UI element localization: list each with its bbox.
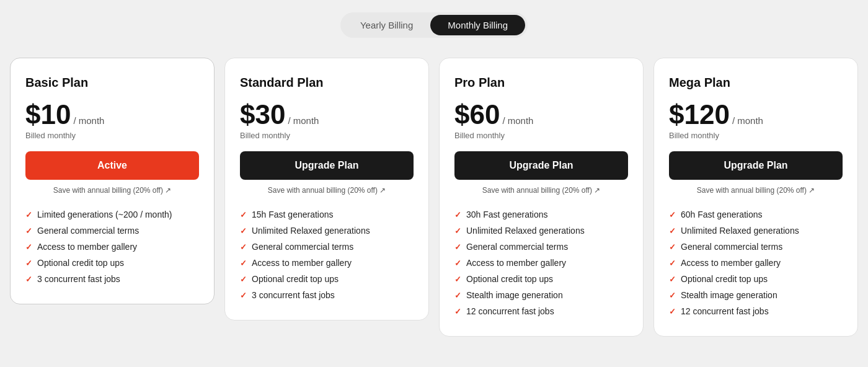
price-amount: $60 [454,101,500,128]
active-button[interactable]: Active [25,151,199,180]
feature-text: General commercial terms [37,226,139,236]
check-icon: ✓ [25,226,32,236]
save-text: Save with annual billing (20% off) ↗ [454,186,628,195]
price-period: / month [502,115,533,126]
feature-text: Access to member gallery [466,258,566,268]
plan-name: Basic Plan [25,76,199,90]
feature-text: 15h Fast generations [252,210,334,219]
check-icon: ✓ [669,259,676,268]
feature-item: ✓ Optional credit top ups [25,258,199,268]
billed-text: Billed monthly [25,131,199,140]
feature-text: Optional credit top ups [466,274,553,284]
billed-text: Billed monthly [454,131,628,140]
check-icon: ✓ [454,242,461,252]
check-icon: ✓ [240,291,247,300]
feature-text: 60h Fast generations [681,210,763,219]
feature-list: ✓ 60h Fast generations ✓ Unlimited Relax… [669,210,843,316]
feature-text: Access to member gallery [37,242,137,252]
feature-item: ✓ 30h Fast generations [454,210,628,219]
check-icon: ✓ [454,291,461,300]
check-icon: ✓ [669,275,676,284]
feature-item: ✓ Unlimited Relaxed generations [669,226,843,236]
upgrade-button-standard[interactable]: Upgrade Plan [240,151,414,180]
price-period: / month [732,115,763,126]
feature-item: ✓ Optional credit top ups [240,274,414,284]
feature-text: 12 concurrent fast jobs [466,306,554,316]
check-icon: ✓ [240,242,247,252]
feature-item: ✓ 60h Fast generations [669,210,843,219]
billing-toggle: Yearly Billing Monthly Billing [340,12,528,38]
upgrade-button-pro[interactable]: Upgrade Plan [454,151,628,180]
feature-text: Optional credit top ups [681,274,768,284]
monthly-billing-button[interactable]: Monthly Billing [430,15,525,35]
price-row: $60 / month [454,101,628,128]
billed-text: Billed monthly [240,131,414,140]
feature-text: Limited generations (~200 / month) [37,210,172,219]
price-row: $120 / month [669,101,843,128]
check-icon: ✓ [25,275,32,284]
feature-text: General commercial terms [252,242,353,252]
save-text: Save with annual billing (20% off) ↗ [240,186,414,195]
feature-list: ✓ 30h Fast generations ✓ Unlimited Relax… [454,210,628,316]
price-period: / month [288,115,319,126]
save-text: Save with annual billing (20% off) ↗ [25,186,199,195]
check-icon: ✓ [25,242,32,252]
feature-text: General commercial terms [466,242,568,252]
plan-card-pro: Pro Plan $60 / month Billed monthly Upgr… [439,58,644,337]
price-row: $10 / month [25,101,199,128]
feature-item: ✓ General commercial terms [669,242,843,252]
feature-item: ✓ Access to member gallery [240,258,414,268]
feature-item: ✓ General commercial terms [25,226,199,236]
feature-text: General commercial terms [681,242,782,252]
check-icon: ✓ [25,259,32,268]
check-icon: ✓ [669,226,676,236]
feature-item: ✓ 12 concurrent fast jobs [669,306,843,316]
feature-text: 30h Fast generations [466,210,548,219]
check-icon: ✓ [240,226,247,236]
save-text: Save with annual billing (20% off) ↗ [669,186,843,195]
price-amount: $120 [669,101,730,128]
feature-text: Unlimited Relaxed generations [252,226,370,236]
feature-text: Unlimited Relaxed generations [681,226,799,236]
check-icon: ✓ [669,291,676,300]
feature-item: ✓ General commercial terms [240,242,414,252]
feature-text: Access to member gallery [681,258,781,268]
check-icon: ✓ [669,242,676,252]
price-amount: $30 [240,101,285,128]
feature-text: 12 concurrent fast jobs [681,306,769,316]
yearly-billing-button[interactable]: Yearly Billing [343,15,430,35]
feature-text: 3 concurrent fast jobs [37,274,120,284]
feature-item: ✓ General commercial terms [454,242,628,252]
billed-text: Billed monthly [669,131,843,140]
feature-item: ✓ Stealth image generation [669,290,843,300]
feature-text: Access to member gallery [252,258,352,268]
feature-item: ✓ Limited generations (~200 / month) [25,210,199,219]
check-icon: ✓ [240,210,247,219]
feature-item: ✓ 15h Fast generations [240,210,414,219]
check-icon: ✓ [240,275,247,284]
plan-name: Mega Plan [669,76,843,90]
feature-item: ✓ 3 concurrent fast jobs [240,290,414,300]
feature-text: Stealth image generation [466,290,563,300]
plan-name: Pro Plan [454,76,628,90]
plans-container: Basic Plan $10 / month Billed monthly Ac… [10,58,858,337]
feature-item: ✓ 3 concurrent fast jobs [25,274,199,284]
check-icon: ✓ [454,210,461,219]
check-icon: ✓ [25,210,32,219]
feature-text: Optional credit top ups [252,274,339,284]
upgrade-button-mega[interactable]: Upgrade Plan [669,151,843,180]
feature-item: ✓ Unlimited Relaxed generations [240,226,414,236]
feature-text: 3 concurrent fast jobs [252,290,335,300]
feature-item: ✓ Unlimited Relaxed generations [454,226,628,236]
check-icon: ✓ [454,259,461,268]
plan-card-basic: Basic Plan $10 / month Billed monthly Ac… [10,58,215,304]
feature-text: Unlimited Relaxed generations [466,226,585,236]
feature-item: ✓ Optional credit top ups [669,274,843,284]
feature-item: ✓ Stealth image generation [454,290,628,300]
feature-text: Stealth image generation [681,290,777,300]
feature-item: ✓ Access to member gallery [669,258,843,268]
plan-card-standard: Standard Plan $30 / month Billed monthly… [224,58,429,321]
feature-list: ✓ 15h Fast generations ✓ Unlimited Relax… [240,210,414,300]
price-row: $30 / month [240,101,414,128]
plan-card-mega: Mega Plan $120 / month Billed monthly Up… [653,58,858,337]
